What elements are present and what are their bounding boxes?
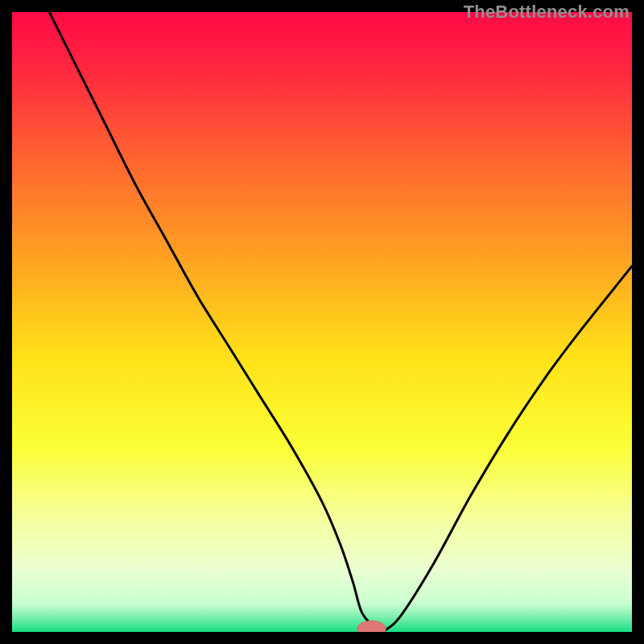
bottleneck-chart	[12, 12, 632, 632]
gradient-background	[12, 12, 632, 632]
chart-frame	[12, 12, 632, 632]
watermark-text: TheBottleneck.com	[464, 2, 630, 23]
